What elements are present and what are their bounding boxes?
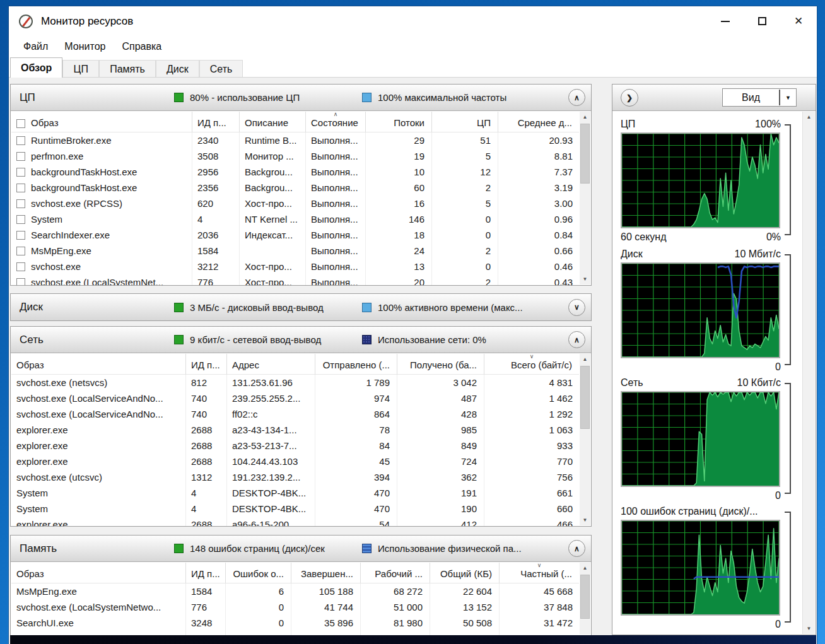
network-table-row[interactable]: svchost.exe (netsvcs)812131.253.61.961 7… — [11, 375, 579, 390]
tab-memory[interactable]: Память — [99, 60, 156, 78]
scroll-down-icon[interactable]: ▼ — [803, 623, 815, 634]
menu-help[interactable]: Справка — [114, 41, 170, 52]
cpu-table-row[interactable]: backgroundTaskHost.exe2356Backgrou...Вып… — [11, 180, 579, 196]
network-table-row[interactable]: explorer.exe2688104.244.43.10345724770 — [11, 454, 579, 469]
scrollbar-thumb[interactable] — [580, 575, 590, 619]
row-checkbox[interactable] — [16, 247, 25, 255]
cpu-collapse-button[interactable]: ∧ — [568, 89, 585, 106]
tab-cpu[interactable]: ЦП — [62, 60, 99, 78]
network-table-row[interactable]: System4DESKTOP-4BK...470191661 — [11, 485, 579, 501]
menu-monitor[interactable]: Монитор — [56, 41, 114, 52]
close-button[interactable]: ✕ — [780, 6, 817, 36]
cpu-column-header[interactable]: Описание — [240, 112, 306, 132]
memory-column-header[interactable]: ИД п... — [186, 563, 226, 583]
network-collapse-button[interactable]: ∧ — [568, 331, 585, 348]
memory-column-header[interactable]: Ошибок о... — [226, 563, 291, 583]
cpu-table-row[interactable]: svchost.exe (RPCSS)620Хост-про...Выполня… — [11, 196, 579, 211]
cpu-table-row[interactable]: perfmon.exe3508Монитор ...Выполня...1958… — [11, 148, 579, 164]
network-table-row[interactable]: svchost.exe (LocalServiceAndNo...740ff02… — [11, 406, 579, 422]
tab-disk[interactable]: Диск — [156, 60, 199, 78]
memory-collapse-button[interactable]: ∧ — [568, 540, 585, 557]
memory-table-row[interactable]: MsMpEng.exe15846105 18868 27222 60445 66… — [11, 583, 579, 599]
memory-column-header[interactable]: Образ — [11, 563, 186, 583]
network-column-header[interactable]: Адрес — [227, 354, 315, 375]
tab-overview[interactable]: Обзор — [10, 57, 62, 78]
memory-column-header[interactable]: Завершен... — [291, 563, 361, 583]
cpu-table-row[interactable]: MsMpEng.exe1584Выполня...2420.66 — [11, 243, 579, 259]
scrollbar-thumb[interactable] — [580, 366, 590, 429]
memory-table-row[interactable]: System4016421 09211620 976 — [11, 631, 579, 635]
chevron-right-icon[interactable]: ❯ — [621, 89, 638, 107]
cpu-cell: Монитор ... — [240, 148, 306, 164]
scroll-down-icon[interactable]: ▼ — [580, 274, 590, 284]
scrollbar-thumb[interactable] — [580, 124, 590, 184]
view-dropdown[interactable]: Вид ▼ — [722, 88, 797, 107]
cpu-column-header[interactable]: Состояние∧ — [306, 112, 366, 132]
row-checkbox[interactable] — [16, 199, 25, 208]
cpu-table-row[interactable]: svchost.exe3212Хост-про...Выполня...1300… — [11, 259, 579, 274]
tab-network[interactable]: Сеть — [199, 60, 243, 78]
network-table-row[interactable]: svchost.exe (utcsvc)1312191.232.139.2...… — [11, 469, 579, 485]
network-table-scrollbar[interactable]: ▲ ▼ — [580, 354, 590, 525]
disk-active-legend: 100% активного времени (макс... — [362, 302, 568, 313]
cpu-column-header[interactable]: ИД п... — [192, 112, 240, 132]
memory-table-row[interactable]: svchost.exe (LocalSystemNetwo...776041 7… — [11, 599, 579, 615]
cpu-table-row[interactable]: SearchIndexer.exe2036Индексат...Выполня.… — [11, 227, 579, 243]
minimize-button[interactable] — [707, 6, 744, 36]
row-checkbox[interactable] — [16, 184, 25, 192]
row-checkbox[interactable] — [16, 152, 25, 161]
scroll-up-icon[interactable]: ▲ — [580, 563, 590, 573]
network-column-header[interactable]: Всего (байт/с)∨ — [484, 354, 579, 375]
maximize-button[interactable] — [744, 6, 780, 36]
network-table-row[interactable]: System4DESKTOP-4BK...470190660 — [11, 501, 579, 517]
network-table-row[interactable]: explorer.exe2688a23-53-213-7...84849933 — [11, 438, 579, 454]
memory-cell: 164 — [291, 631, 361, 635]
cpu-column-header[interactable]: Среднее д... — [498, 112, 579, 132]
cpu-table-scrollbar[interactable]: ▲ ▼ — [580, 112, 590, 284]
cpu-panel-header[interactable]: ЦП 80% - использование ЦП 100% максималь… — [11, 85, 591, 111]
cpu-table-row[interactable]: RuntimeBroker.exe2340Runtime B...Выполня… — [11, 132, 579, 148]
scroll-up-icon[interactable]: ▲ — [803, 112, 815, 122]
network-column-header[interactable]: Получено (ба... — [397, 354, 484, 375]
memory-table-row[interactable]: SearchUI.exe3248035 89681 98050 50831 47… — [11, 615, 579, 631]
disk-panel-header[interactable]: Диск 3 МБ/с - дисковый ввод-вывод 100% а… — [11, 294, 591, 320]
row-checkbox[interactable] — [16, 262, 25, 271]
cpu-column-header[interactable]: ЦП — [432, 112, 498, 132]
menu-file[interactable]: Файл — [15, 41, 56, 52]
memory-column-header[interactable]: Общий (КБ) — [430, 563, 500, 583]
network-column-header[interactable]: Образ — [11, 354, 186, 375]
cpu-table-row[interactable]: svchost.exe (LocalSystemNet...776Хост-пр… — [11, 274, 579, 285]
cpu-column-header[interactable]: Потоки — [366, 112, 432, 132]
scroll-down-icon[interactable]: ▼ — [580, 515, 590, 525]
memory-table-scrollbar[interactable]: ▲ — [580, 563, 590, 635]
scroll-up-icon[interactable]: ▲ — [580, 354, 590, 365]
network-column-header[interactable]: ИД п... — [186, 354, 227, 375]
row-checkbox[interactable] — [16, 215, 25, 224]
network-table-row[interactable]: explorer.exe2688a96-6-15-200...54412466 — [11, 517, 579, 526]
select-all-checkbox[interactable] — [16, 119, 25, 128]
network-cell: 2688 — [186, 454, 227, 469]
cpu-table-row[interactable]: System4NT Kernel ...Выполня...14600.96 — [11, 211, 579, 227]
cpu-cell: 7.37 — [498, 164, 579, 180]
scroll-up-icon[interactable]: ▲ — [580, 112, 590, 122]
cpu-column-header[interactable]: Образ — [11, 112, 192, 132]
row-checkbox[interactable] — [16, 231, 25, 240]
memory-column-header[interactable]: Рабочий ... — [361, 563, 430, 583]
network-panel-header[interactable]: Сеть 9 кбит/с - сетевой ввод-вывод Испол… — [11, 327, 591, 353]
memory-column-header[interactable]: Частный (...∨ — [500, 563, 579, 583]
memory-panel-header[interactable]: Память 148 ошибок страниц (диск)/сек Исп… — [11, 536, 591, 562]
network-column-header[interactable]: Отправлено (... — [315, 354, 397, 375]
network-table-row[interactable]: svchost.exe (LocalServiceAndNo...740239.… — [11, 390, 579, 406]
row-checkbox[interactable] — [16, 168, 25, 177]
graphs-panel-scrollbar[interactable]: ▲ ▼ — [802, 112, 815, 634]
row-checkbox[interactable] — [16, 278, 25, 286]
cpu-graph-title: ЦП — [621, 119, 635, 130]
disk-expand-button[interactable]: ∨ — [568, 299, 585, 316]
cpu-cell: Индексат... — [240, 227, 306, 243]
cpu-table-row[interactable]: backgroundTaskHost.exe2956Backgrou...Вып… — [11, 164, 579, 180]
network-cell: 239.255.255.2... — [227, 390, 315, 406]
network-table-row[interactable]: explorer.exe2688a23-43-134-1...789851 06… — [11, 422, 579, 438]
row-checkbox[interactable] — [16, 136, 25, 145]
scale-bracket — [785, 512, 791, 623]
minimize-icon — [721, 21, 730, 22]
